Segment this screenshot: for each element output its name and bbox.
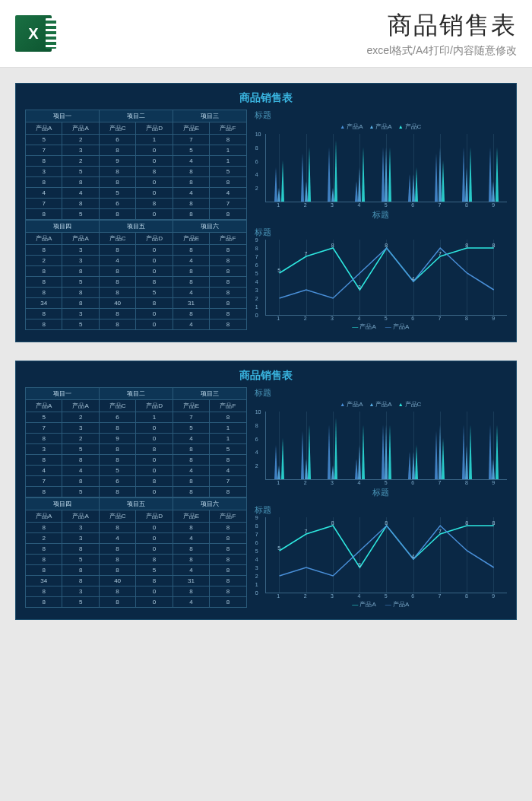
cell: 1 [210, 423, 246, 434]
cell: 7 [26, 476, 62, 487]
cell: 8 [99, 309, 135, 319]
data-label: 5 [277, 545, 280, 551]
area-peak [462, 147, 465, 202]
area-peak [274, 445, 277, 479]
table-row: 738051 [26, 423, 247, 434]
area-peak [355, 181, 358, 202]
y-tick: 10 [255, 132, 261, 137]
x-tick: 2 [292, 202, 318, 208]
col-header: 产品C [99, 122, 135, 135]
col-header: 产品C [99, 233, 135, 245]
group-header: 项目三 [173, 110, 246, 122]
chart-legend: 产品A产品A产品C [255, 400, 507, 408]
data-table: 项目一项目二项目三产品A产品A产品C产品D产品E产品F5261787380518… [25, 110, 247, 220]
table-row: 888088 [26, 266, 247, 277]
table-row: 348408318 [26, 576, 247, 586]
chart-plot-area: 108642 [265, 134, 507, 202]
legend-item: 产品A [352, 323, 376, 330]
cell: 9 [99, 434, 135, 444]
cell: 31 [173, 298, 209, 309]
cell: 8 [173, 476, 209, 487]
cell: 1 [210, 156, 246, 167]
cell: 4 [173, 256, 209, 266]
group-header: 项目六 [173, 498, 246, 510]
col-header: 产品D [136, 122, 173, 135]
cell: 3 [62, 256, 99, 266]
chart-legend: 产品A产品A [255, 600, 507, 609]
preview-1: 商品销售表项目一项目二项目三产品A产品A产品C产品D产品E产品F52617873… [15, 83, 517, 342]
table-row: 526178 [26, 412, 247, 423]
cell: 8 [62, 266, 99, 277]
table-row: 858888 [26, 277, 247, 288]
cell: 5 [210, 444, 246, 455]
cell: 8 [99, 555, 135, 565]
table-row: 234048 [26, 533, 247, 544]
cell: 4 [26, 466, 62, 476]
table-row: 888088 [26, 455, 247, 466]
cell: 4 [99, 256, 135, 266]
chart-title: 标题 [255, 504, 507, 516]
x-labels: 123456789 [265, 202, 507, 208]
cell: 8 [62, 455, 99, 466]
cell: 1 [210, 434, 246, 444]
y-tick: 3 [255, 565, 258, 571]
x-tick: 1 [265, 316, 292, 321]
cell: 8 [210, 544, 246, 555]
cell: 8 [210, 455, 246, 466]
cell: 5 [62, 277, 99, 288]
cell: 8 [136, 199, 173, 209]
subtitle: excel格式/A4打印/内容随意修改 [61, 44, 517, 58]
table-row: 858048 [26, 319, 247, 330]
x-tick: 5 [372, 202, 399, 208]
area-peak [469, 147, 472, 202]
cell: 5 [62, 319, 99, 330]
group-header: 项目五 [99, 221, 173, 233]
table-row: 858088 [26, 209, 247, 220]
excel-icon: X [15, 15, 52, 52]
cell: 0 [136, 319, 173, 330]
cell: 5 [62, 555, 99, 565]
cell: 8 [99, 277, 135, 288]
x-tick: 5 [372, 316, 399, 321]
col-header: 产品D [136, 400, 173, 412]
area-peak [435, 431, 438, 479]
y-tick: 6 [255, 540, 258, 545]
cell: 0 [136, 586, 173, 597]
cell: 5 [136, 565, 173, 576]
y-tick: 6 [255, 158, 258, 164]
cell: 8 [173, 209, 209, 220]
cell: 4 [173, 565, 209, 576]
area-peak [305, 459, 308, 479]
cell: 8 [62, 177, 99, 188]
table-row: 838088 [26, 309, 247, 319]
cell: 3 [62, 309, 99, 319]
chart-plot-area: 9876543210578384788 [265, 517, 507, 593]
cell: 8 [173, 277, 209, 288]
cell: 8 [26, 434, 62, 444]
cell: 0 [136, 523, 173, 533]
x-tick: 4 [346, 202, 372, 208]
area-peak [331, 188, 334, 202]
x-tick: 4 [346, 316, 372, 321]
cell: 8 [99, 444, 135, 455]
col-header: 产品E [173, 122, 209, 135]
table-row: 829041 [26, 434, 247, 444]
legend-item: 产品A [352, 601, 376, 608]
area-peak [462, 424, 465, 479]
chart-title: 标题 [255, 227, 507, 238]
cell: 7 [173, 412, 209, 423]
cell: 8 [99, 209, 135, 220]
x-axis-label: 标题 [255, 209, 507, 221]
cell: 8 [26, 319, 62, 330]
area-peak [385, 424, 388, 479]
cell: 8 [62, 565, 99, 576]
area-peak [328, 147, 331, 202]
cell: 1 [136, 135, 173, 145]
cell: 8 [173, 444, 209, 455]
col-header: 产品D [136, 510, 173, 523]
x-tick: 6 [400, 480, 426, 485]
table-row: 858888 [26, 555, 247, 565]
table-row: 358885 [26, 167, 247, 177]
area-peak [362, 424, 365, 479]
data-label: 8 [492, 520, 495, 526]
